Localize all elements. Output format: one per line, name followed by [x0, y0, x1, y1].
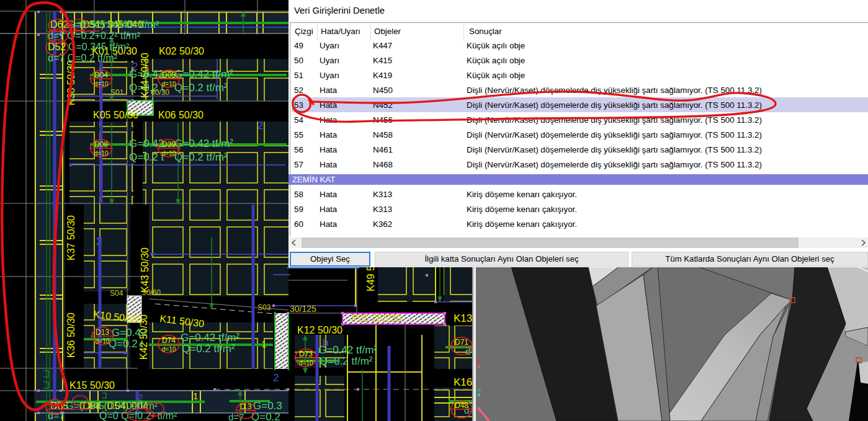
svg-text:K37 50/30: K37 50/30	[66, 215, 76, 260]
svg-text:K36 50/30: K36 50/30	[66, 312, 76, 358]
svg-text:D04: D04	[94, 71, 108, 79]
svg-text:Q=0.2 t: Q=0.2 t	[109, 338, 144, 350]
svg-text:G=0.42: G=0.42	[112, 327, 146, 339]
svg-text:d=10: d=10	[162, 150, 176, 157]
svg-text:D39: D39	[162, 140, 176, 149]
svg-text:K49 5: K49 5	[365, 265, 376, 291]
svg-text:G=0.42 tf/m²: G=0.42 tf/m²	[181, 332, 239, 343]
svg-text:G=0.345 tf/m²: G=0.345 tf/m²	[68, 42, 130, 52]
svg-text:K05 50/30: K05 50/30	[93, 110, 138, 120]
svg-text:K16: K16	[454, 376, 472, 388]
svg-text:D48: D48	[455, 401, 468, 410]
svg-text:2: 2	[273, 372, 279, 384]
svg-text:Q=0.2 tf/m²: Q=0.2 tf/m²	[320, 355, 373, 367]
svg-text:S03: S03	[257, 303, 271, 312]
svg-text:Q=0.2 tf/m²: Q=0.2 tf/m²	[174, 151, 228, 163]
svg-text:d=7 Q=0.2 tf/m²: d=7 Q=0.2 tf/m²	[48, 53, 118, 63]
svg-text:G=0.3: G=0.3	[253, 400, 282, 412]
svg-text:d=7: d=7	[228, 412, 244, 421]
svg-text:d=10: d=10	[96, 338, 110, 345]
svg-text:P05 25/230: P05 25/230	[351, 313, 402, 324]
svg-text:D05: D05	[162, 71, 176, 79]
svg-text:Q=0.2 t: Q=0.2 t	[129, 151, 164, 163]
svg-text:K43 50/30: K43 50/30	[140, 247, 150, 293]
svg-text:K12 50/30: K12 50/30	[297, 325, 342, 335]
svg-text:K06 50/30: K06 50/30	[158, 110, 204, 120]
svg-text:d=7: d=7	[48, 410, 65, 421]
svg-text:D.3: D.3	[240, 402, 252, 411]
svg-text:2: 2	[96, 236, 102, 247]
svg-text:G=0.42 tf/m²: G=0.42 tf/m²	[174, 68, 233, 80]
svg-text:d=10: d=10	[162, 346, 176, 353]
svg-text:D74: D74	[162, 336, 176, 345]
svg-text:D71: D71	[455, 338, 468, 347]
svg-text:K13: K13	[454, 312, 472, 324]
svg-text:K02 50/30: K02 50/30	[159, 46, 204, 56]
svg-text:2: 2	[257, 120, 263, 131]
svg-text:K15 50/30: K15 50/30	[69, 380, 115, 391]
svg-text:30/125: 30/125	[290, 304, 316, 314]
svg-text:Q=0.2 tf/m²: Q=0.2 tf/m²	[174, 82, 228, 94]
svg-text:Q=0.2: Q=0.2	[251, 411, 280, 421]
svg-text:G=0.42 tf/m²: G=0.42 tf/m²	[174, 138, 233, 149]
svg-text:G=0.42 tf/m²: G=0.42 tf/m²	[318, 344, 377, 356]
svg-text:d=10: d=10	[162, 81, 176, 87]
svg-text:D13: D13	[96, 328, 109, 337]
svg-text:d=10: d=10	[94, 150, 109, 157]
svg-text:D08: D08	[94, 140, 108, 149]
svg-text:D73: D73	[299, 350, 313, 358]
svg-text:Q=0.2 t: Q=0.2 t	[129, 82, 164, 94]
svg-text:1: 1	[193, 391, 198, 401]
svg-text:Q=0 Q=f0.2² tf/m²: Q=0 Q=f0.2² tf/m²	[99, 410, 177, 421]
svg-text:d=10: d=10	[94, 81, 109, 87]
svg-text:S01: S01	[110, 88, 124, 97]
svg-text:30/60: 30/60	[142, 288, 161, 297]
svg-text:S04: S04	[110, 289, 123, 298]
svg-text:d=10: d=10	[299, 360, 313, 366]
svg-text:Q=0.2 tf/m²: Q=0.2 tf/m²	[182, 343, 235, 355]
svg-text:(D51) 345 040: (D51) 345 040	[79, 19, 143, 30]
svg-text:d=7 Q=0.2+0.2² tf/m²: d=7 Q=0.2+0.2² tf/m²	[48, 30, 141, 41]
svg-text:1: 1	[261, 339, 266, 349]
